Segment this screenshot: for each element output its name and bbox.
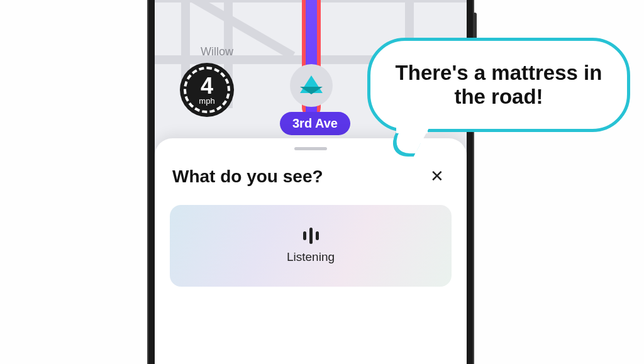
- speech-bubble: There's a mattress in the road!: [367, 38, 630, 132]
- current-location-marker[interactable]: [290, 64, 333, 107]
- microphone-wave-icon: [303, 228, 319, 244]
- sheet-grabber[interactable]: [294, 147, 327, 150]
- sheet-title: What do you see?: [172, 167, 323, 187]
- speed-gauge[interactable]: 4 mph: [180, 63, 234, 117]
- report-sheet[interactable]: What do you see? ✕ Listening: [155, 138, 467, 364]
- speech-bubble-tail: [391, 131, 424, 158]
- street-label-side: Willow: [201, 45, 233, 58]
- location-arrow-icon: [300, 75, 323, 93]
- speed-value: 4: [201, 75, 213, 97]
- speed-unit: mph: [199, 96, 214, 106]
- current-street-pill: 3rd Ave: [280, 112, 350, 135]
- listening-card[interactable]: Listening: [170, 205, 452, 287]
- listening-label: Listening: [287, 250, 335, 264]
- close-button[interactable]: ✕: [425, 164, 449, 189]
